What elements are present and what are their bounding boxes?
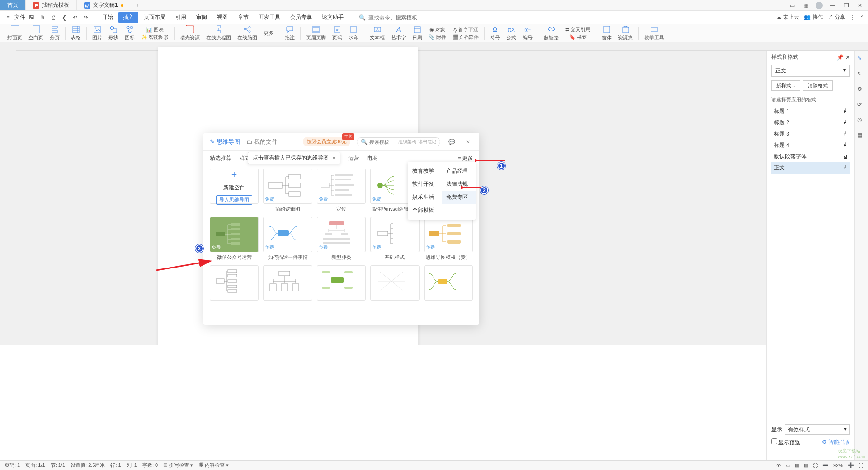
menu-tab-section[interactable]: 章节: [233, 12, 253, 23]
tool-edit-icon[interactable]: ✎: [857, 55, 866, 64]
dialog-tab-myfiles[interactable]: 🗀 我的文件: [246, 138, 278, 146]
menu-icon[interactable]: ≡: [4, 13, 13, 22]
ribbon-icons[interactable]: 图标: [122, 24, 137, 42]
menu-tab-member[interactable]: 会员专享: [286, 12, 316, 23]
layout-icon[interactable]: ▭: [786, 1, 798, 10]
dropdown-item[interactable]: 法律法规: [442, 178, 476, 191]
cloud-status[interactable]: ☁ 未上云: [776, 14, 799, 21]
dropdown-item[interactable]: 软件开发: [408, 178, 442, 191]
ribbon-cover-page[interactable]: 封面页: [5, 24, 25, 42]
new-style-button[interactable]: 新样式...: [771, 80, 800, 91]
ribbon-textbox[interactable]: A文本框: [367, 24, 387, 42]
template-card[interactable]: [263, 265, 312, 301]
ribbon-shapes[interactable]: 形状: [106, 24, 121, 42]
template-card[interactable]: 免费 定位: [317, 169, 366, 212]
menu-collapse-icon[interactable]: ⌃: [860, 14, 864, 21]
save-icon[interactable]: 🖫: [27, 13, 36, 22]
pane-pin-icon[interactable]: 📌: [837, 54, 844, 61]
redo-icon[interactable]: ↷: [81, 13, 90, 22]
dropdown-item[interactable]: 产品经理: [442, 164, 476, 178]
template-card[interactable]: 免费 思维导图模板（黄）: [424, 217, 473, 261]
clear-format-button[interactable]: 清除格式: [803, 80, 833, 91]
ribbon-bookmark[interactable]: ⇄ 交叉引用🔖 书签: [562, 25, 593, 42]
menu-tab-developer[interactable]: 开发工具: [254, 12, 285, 23]
template-card[interactable]: [210, 265, 259, 301]
share-button[interactable]: ↗ 分享: [828, 14, 845, 21]
template-card[interactable]: 免费 微信公众号运营: [210, 217, 259, 261]
ribbon-numbering[interactable]: ①≡编号: [520, 24, 535, 42]
style-item[interactable]: 标题 2↲: [771, 117, 850, 128]
ribbon-teaching[interactable]: 教学工具: [642, 24, 667, 42]
ribbon-table[interactable]: 表格: [68, 24, 84, 42]
dropdown-item[interactable]: 教育教学: [408, 164, 442, 178]
ribbon-more[interactable]: 更多: [261, 29, 276, 38]
close-button[interactable]: ✕: [854, 1, 866, 10]
template-card[interactable]: [370, 265, 419, 301]
ribbon-picture[interactable]: 图片: [90, 24, 105, 42]
ribbon-symbol[interactable]: Ω符号: [487, 24, 503, 42]
undo-prev-icon[interactable]: ❮: [60, 13, 69, 22]
import-button[interactable]: 导入思维导图: [216, 195, 252, 205]
cat-more[interactable]: ≡ 更多: [458, 155, 473, 162]
collab-button[interactable]: 👥 协作: [804, 14, 823, 21]
tool-refresh-icon[interactable]: ⟳: [857, 101, 866, 110]
style-item[interactable]: 默认段落字体a: [771, 151, 850, 162]
cat-item[interactable]: 电商: [367, 155, 378, 162]
apps-icon[interactable]: ▦: [799, 1, 812, 10]
tooltip-close[interactable]: ×: [332, 155, 335, 161]
tool-select-icon[interactable]: ↖: [857, 70, 866, 80]
dialog-close-button[interactable]: ✕: [463, 137, 473, 147]
tool-grid-icon[interactable]: ▦: [857, 132, 866, 141]
ribbon-page-number[interactable]: #页码: [330, 24, 345, 42]
search-tag[interactable]: 读书笔记: [418, 139, 436, 145]
chat-icon[interactable]: 💬: [447, 137, 457, 147]
ribbon-blank-page[interactable]: 空白页: [26, 24, 46, 42]
menu-tab-thesis[interactable]: 论文助手: [317, 12, 348, 23]
template-card-new[interactable]: ＋ 新建空白 导入思维导图: [210, 169, 259, 212]
menu-tab-review[interactable]: 审阅: [192, 12, 212, 23]
cat-item[interactable]: 精选推荐: [210, 155, 231, 162]
ribbon-watermark[interactable]: 水印: [346, 24, 361, 42]
dropdown-item-free[interactable]: 免费专区: [442, 191, 476, 204]
pane-close-icon[interactable]: ✕: [845, 54, 850, 61]
tab-add-button[interactable]: ＋: [131, 0, 144, 10]
ribbon-resources[interactable]: 资源夹: [615, 24, 636, 42]
template-card[interactable]: [424, 265, 473, 301]
avatar-icon[interactable]: [813, 1, 826, 10]
menu-tab-layout[interactable]: 页面布局: [139, 12, 170, 23]
search-tag[interactable]: 组织架构: [398, 139, 416, 145]
undo-icon[interactable]: ↶: [71, 13, 80, 22]
style-item[interactable]: 标题 1↲: [771, 106, 850, 117]
tool-location-icon[interactable]: ◎: [857, 117, 866, 126]
template-search[interactable]: 🔍 组织架构 读书笔记: [357, 137, 440, 146]
template-card[interactable]: 免费 新型肺炎: [317, 217, 366, 261]
tab-templates[interactable]: 找稻壳模板: [26, 0, 77, 10]
command-search[interactable]: 🔍: [359, 14, 423, 21]
promo-pill[interactable]: 超级会员立减30元年卡: [303, 137, 350, 146]
template-card[interactable]: 免费 简约逻辑图: [263, 169, 312, 212]
ribbon-flowchart[interactable]: 在线流程图: [203, 24, 234, 42]
restore-button[interactable]: ❐: [840, 1, 853, 10]
menu-tab-view[interactable]: 视图: [212, 12, 232, 23]
ribbon-doc-parts[interactable]: A͇ 首字下沉▦ 文档部件: [450, 25, 481, 42]
menu-tab-references[interactable]: 引用: [171, 12, 191, 23]
template-card[interactable]: 免费 如何描述一件事情: [263, 217, 312, 261]
file-menu[interactable]: 文件: [14, 14, 25, 21]
minimize-button[interactable]: —: [826, 1, 839, 10]
print-icon[interactable]: 🖨: [49, 13, 58, 22]
menu-tab-start[interactable]: 开始: [98, 12, 118, 23]
ribbon-date[interactable]: 日期: [410, 24, 425, 42]
ribbon-wordart[interactable]: A艺术字: [388, 24, 409, 42]
print-preview-icon[interactable]: 🗎: [38, 13, 47, 22]
template-card[interactable]: 免费 基础样式: [370, 217, 419, 261]
ribbon-hyperlink[interactable]: 超链接: [541, 24, 561, 42]
menu-tab-insert[interactable]: 插入: [118, 12, 138, 23]
ribbon-smart-graphic[interactable]: 📊 图表✨ 智能图形: [138, 25, 171, 42]
tab-home[interactable]: 首页: [0, 0, 26, 10]
template-card[interactable]: [317, 265, 366, 301]
ribbon-comment[interactable]: 批注: [282, 24, 297, 42]
dialog-tab-mindmap[interactable]: ✎ 思维导图: [210, 138, 240, 146]
menu-more-icon[interactable]: ⋮: [850, 14, 855, 21]
ribbon-mindmap[interactable]: 在线脑图: [235, 24, 260, 42]
current-style-select[interactable]: 正文▾: [771, 65, 850, 77]
